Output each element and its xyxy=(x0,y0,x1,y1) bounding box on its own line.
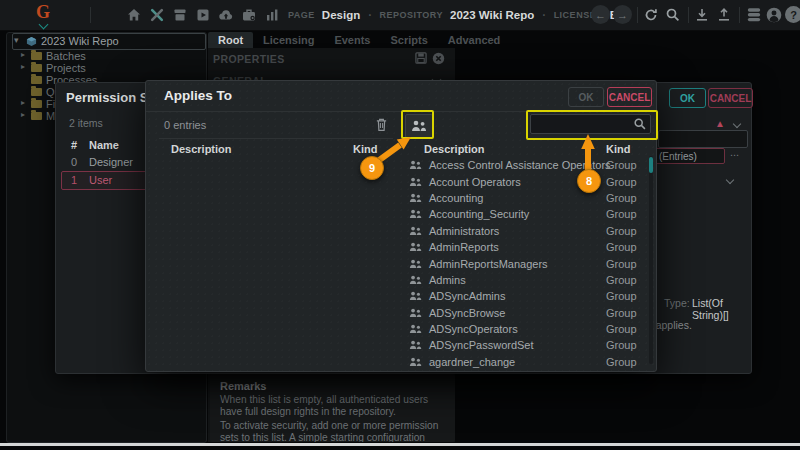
download-icon[interactable] xyxy=(694,7,710,23)
account-icon[interactable] xyxy=(765,6,783,24)
list-item[interactable]: ADSyncOperatorsGroup xyxy=(405,321,648,337)
briefcase-icon[interactable] xyxy=(241,7,257,23)
run-icon[interactable] xyxy=(195,7,211,23)
group-icon xyxy=(409,193,422,203)
list-item[interactable]: Access Control Assistance OperatorsGroup xyxy=(405,157,648,173)
table-row[interactable]: User xyxy=(89,174,112,186)
tab-licensing[interactable]: Licensing xyxy=(253,32,324,48)
highlight-box-search xyxy=(526,110,658,140)
group-icon xyxy=(409,209,422,219)
group-icon xyxy=(409,160,422,170)
tree-caret-icon[interactable]: ▸ xyxy=(21,98,25,107)
trash-icon[interactable] xyxy=(375,117,388,132)
archive-icon[interactable] xyxy=(172,7,188,23)
warning-icon: ▲ xyxy=(715,118,725,129)
entry-kind: Group xyxy=(606,356,637,368)
list-item[interactable]: ADSyncBrowseGroup xyxy=(405,305,648,321)
entry-name: ADSyncBrowse xyxy=(429,307,505,319)
scrollbar-thumb[interactable] xyxy=(649,157,653,173)
folder-icon xyxy=(31,52,42,60)
separator-dot: · xyxy=(541,6,546,24)
sidebar-item-projects[interactable]: Projects xyxy=(46,62,86,74)
context-breadcrumb: PAGE Design · REPOSITORY 2023 Wiki Repo … xyxy=(288,0,629,30)
entry-name: Accounting_Security xyxy=(429,208,529,220)
entry-name: ADSyncOperators xyxy=(429,323,518,335)
refresh-icon[interactable] xyxy=(643,7,659,23)
entry-name: Admins xyxy=(429,274,466,286)
list-item[interactable]: AccountingGroup xyxy=(405,190,648,206)
modal-title: Applies To xyxy=(164,88,232,103)
save-icon[interactable] xyxy=(415,52,427,64)
tree-caret-icon[interactable]: ▸ xyxy=(21,62,25,71)
tree-caret-icon[interactable]: ▸ xyxy=(21,50,25,59)
chevron-down-icon[interactable] xyxy=(733,120,741,128)
list-item[interactable]: ADSyncAdminsGroup xyxy=(405,288,648,304)
entry-name: agardner_change xyxy=(429,356,515,368)
group-icon xyxy=(409,308,422,318)
cloud-upload-icon[interactable] xyxy=(218,7,234,23)
entry-name: Administrators xyxy=(429,225,499,237)
entry-kind: Group xyxy=(606,225,637,237)
remarks-title: Remarks xyxy=(220,380,266,392)
modal-cancel-button[interactable]: CANCEL xyxy=(607,87,652,107)
entries-count: 0 entries xyxy=(164,119,206,131)
repository-value[interactable]: 2023 Wiki Repo xyxy=(450,9,534,21)
close-icon[interactable] xyxy=(432,52,445,65)
list-item[interactable]: Account OperatorsGroup xyxy=(405,173,648,189)
tab-advanced[interactable]: Advanced xyxy=(438,32,511,48)
group-icon xyxy=(409,259,422,269)
modal-ok-button[interactable]: OK xyxy=(568,87,604,107)
list-item[interactable]: Accounting_SecurityGroup xyxy=(405,206,648,222)
tab-scripts[interactable]: Scripts xyxy=(380,32,437,48)
column-header-kind: Kind xyxy=(353,143,377,155)
list-item[interactable]: ADSyncPasswordSetGroup xyxy=(405,337,648,353)
table-row[interactable]: Designer xyxy=(89,156,133,168)
list-item[interactable]: AdminsGroup xyxy=(405,272,648,288)
tree-caret-icon[interactable]: ▸ xyxy=(21,110,25,119)
group-icon xyxy=(409,324,422,334)
scrollbar-track[interactable] xyxy=(649,156,653,364)
entry-name: Accounting xyxy=(429,192,483,204)
search-icon[interactable] xyxy=(665,7,681,23)
tab-root[interactable]: Root xyxy=(208,32,253,48)
folder-icon xyxy=(31,88,42,96)
forward-button[interactable]: → xyxy=(613,5,632,24)
properties-title: PROPERTIES xyxy=(213,53,285,65)
entry-kind: Group xyxy=(606,274,637,286)
home-icon[interactable] xyxy=(126,7,142,23)
database-icon[interactable] xyxy=(745,6,763,24)
tree-root-label[interactable]: 2023 Wiki Repo xyxy=(41,35,119,47)
app-window: G PAGE Design · REPOSITORY 2023 Wiki Rep… xyxy=(0,0,800,450)
entry-name: Account Operators xyxy=(429,176,521,188)
group-icon xyxy=(409,275,422,285)
list-item[interactable]: AdminReportsGroup xyxy=(405,239,648,255)
column-header-index: # xyxy=(71,139,77,151)
entry-name: ADSyncAdmins xyxy=(429,290,505,302)
dialog-ok-button[interactable]: OK xyxy=(669,88,706,108)
remarks-paragraph: When this list is empty, all authenticat… xyxy=(220,394,446,418)
back-button[interactable]: ← xyxy=(591,5,610,24)
dialog-cancel-button[interactable]: CANCEL xyxy=(708,88,753,108)
bar-chart-icon[interactable] xyxy=(264,7,280,23)
column-header-kind: Kind xyxy=(606,143,630,155)
entries-field[interactable]: (Entries) xyxy=(655,148,725,164)
list-item[interactable]: AdminReportsManagersGroup xyxy=(405,255,648,271)
chevron-down-icon[interactable] xyxy=(726,176,734,184)
tab-events[interactable]: Events xyxy=(324,32,380,48)
list-item[interactable]: agardner_changeGroup xyxy=(405,354,648,370)
group-icon xyxy=(409,226,422,236)
remarks-panel: Remarks When this list is empty, all aut… xyxy=(210,374,455,442)
page-value[interactable]: Design xyxy=(322,9,360,21)
entry-kind: Group xyxy=(606,323,637,335)
highlight-box-group-button xyxy=(401,110,434,139)
upload-icon[interactable] xyxy=(716,7,732,23)
list-item[interactable]: AdministratorsGroup xyxy=(405,223,648,239)
divider xyxy=(159,138,393,139)
entry-name: ADSyncPasswordSet xyxy=(429,339,534,351)
tree-root-caret-icon[interactable]: ▾ xyxy=(14,35,19,45)
sidebar-item-batches[interactable]: Batches xyxy=(46,50,86,62)
separator-dot: · xyxy=(367,6,372,24)
help-icon[interactable]: ? xyxy=(785,6,800,23)
ellipsis-button[interactable]: ... xyxy=(730,146,739,158)
tools-icon[interactable] xyxy=(149,7,165,23)
